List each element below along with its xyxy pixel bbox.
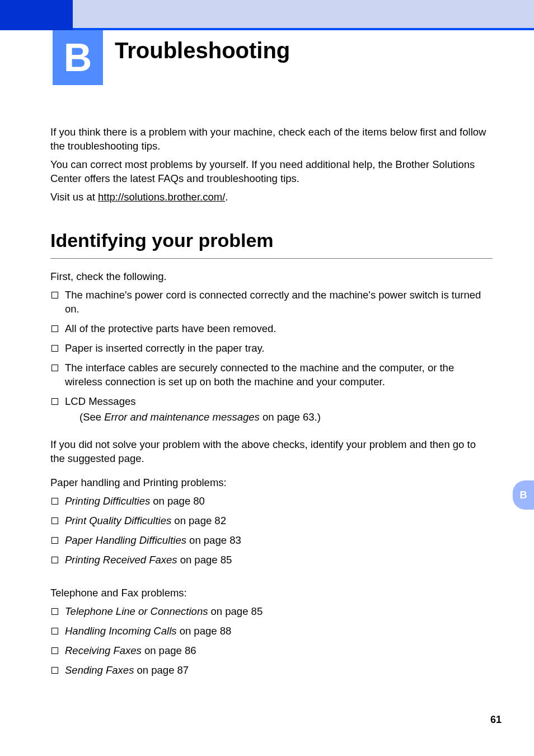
lcd-subnote: (See Error and maintenance messages on p… xyxy=(79,410,493,424)
section-after: If you did not solve your problem with t… xyxy=(50,438,493,466)
chapter-title: Troubleshooting xyxy=(115,38,290,63)
on-page-label: on page xyxy=(177,625,220,637)
ref-title: Printing Received Faxes xyxy=(65,554,177,566)
section-lead: First, check the following. xyxy=(50,270,493,284)
ref-item: Paper Handling Difficulties on page 83 xyxy=(63,534,493,548)
solutions-link[interactable]: http://solutions.brother.com/ xyxy=(98,191,225,203)
lcd-note-prefix: (See xyxy=(79,411,104,423)
ref-item: Receiving Faxes on page 86 xyxy=(63,644,493,658)
intro-p3-prefix: Visit us at xyxy=(50,191,98,203)
on-page-label: on page xyxy=(142,645,185,656)
ref-title: Paper Handling Difficulties xyxy=(65,534,186,546)
check-item: Paper is inserted correctly in the paper… xyxy=(63,342,493,356)
check-item: The interface cables are securely connec… xyxy=(63,361,493,389)
ref-page: 85 xyxy=(221,554,232,566)
ref-page: 80 xyxy=(193,495,205,507)
footer-accent xyxy=(509,711,534,731)
chapter-letter: B xyxy=(64,35,92,80)
section-rule xyxy=(50,258,493,259)
chapter-badge: B xyxy=(53,30,103,85)
intro-paragraph-3: Visit us at http://solutions.brother.com… xyxy=(50,190,493,204)
ref-page: 88 xyxy=(220,625,232,637)
ref-title: Telephone Line or Connections xyxy=(65,605,208,617)
ref-page: 82 xyxy=(214,515,226,526)
lcd-note-italic: Error and maintenance messages xyxy=(104,411,260,423)
ref-title: Printing Difficulties xyxy=(65,495,150,507)
group-heading: Paper handling and Printing problems: xyxy=(50,476,493,490)
ref-page: 87 xyxy=(177,664,189,676)
ref-item: Handling Incoming Calls on page 88 xyxy=(63,624,493,638)
on-page-label: on page xyxy=(171,515,214,526)
on-page-label: on page xyxy=(186,534,229,546)
ref-title: Receiving Faxes xyxy=(65,645,142,656)
ref-title: Handling Incoming Calls xyxy=(65,625,177,637)
ref-page: 83 xyxy=(229,534,241,546)
ref-item: Printing Received Faxes on page 85 xyxy=(63,553,493,567)
ref-title: Print Quality Difficulties xyxy=(65,515,171,526)
side-tab-label: B xyxy=(520,489,527,501)
check-list: The machine's power cord is connected co… xyxy=(50,288,493,425)
section-title: Identifying your problem xyxy=(50,228,493,254)
ref-item: Print Quality Difficulties on page 82 xyxy=(63,514,493,528)
ref-list: Telephone Line or Connections on page 85… xyxy=(50,605,493,678)
ref-item: Sending Faxes on page 87 xyxy=(63,664,493,678)
check-item: All of the protective parts have been re… xyxy=(63,322,493,336)
ref-page: 86 xyxy=(185,645,196,656)
header-band-light xyxy=(0,0,534,28)
body-content: If you think there is a problem with you… xyxy=(50,125,493,683)
check-item: The machine's power cord is connected co… xyxy=(63,288,493,316)
on-page-label: on page xyxy=(208,605,251,617)
on-page-label: on page xyxy=(150,495,193,507)
ref-page: 85 xyxy=(251,605,263,617)
page-number: 61 xyxy=(490,714,502,726)
check-item-lcd-label: LCD Messages xyxy=(65,395,135,407)
ref-list: Printing Difficulties on page 80 Print Q… xyxy=(50,494,493,567)
group-heading: Telephone and Fax problems: xyxy=(50,586,493,600)
header-band-dark-left xyxy=(0,0,73,30)
ref-item: Printing Difficulties on page 80 xyxy=(63,494,493,508)
on-page-label: on page xyxy=(134,664,177,676)
intro-p3-suffix: . xyxy=(225,191,228,203)
check-item-lcd: LCD Messages (See Error and maintenance … xyxy=(63,395,493,425)
lcd-note-suffix: on page 63.) xyxy=(260,411,321,423)
on-page-label: on page xyxy=(177,554,221,566)
side-tab: B xyxy=(513,480,534,510)
intro-paragraph-2: You can correct most problems by yoursel… xyxy=(50,158,493,186)
ref-title: Sending Faxes xyxy=(65,664,134,676)
ref-item: Telephone Line or Connections on page 85 xyxy=(63,605,493,619)
intro-paragraph-1: If you think there is a problem with you… xyxy=(50,125,493,153)
